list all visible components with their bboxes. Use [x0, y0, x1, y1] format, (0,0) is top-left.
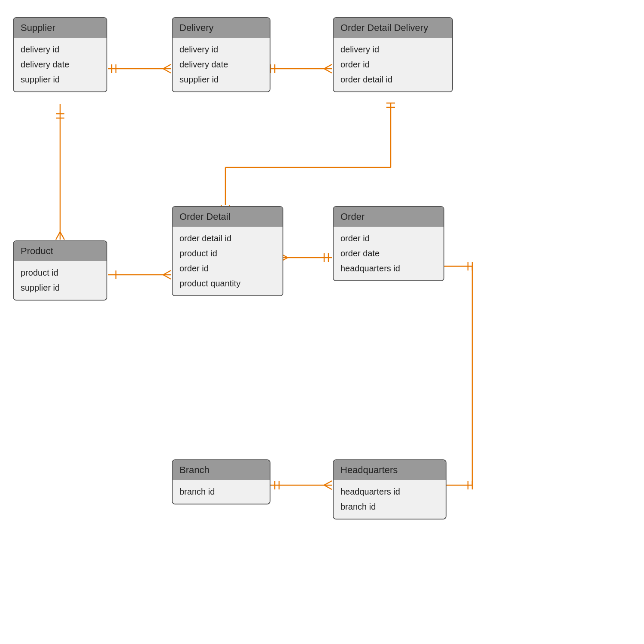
field-product-product-id: product id [21, 264, 100, 279]
order-detail-title: Order Detail [173, 207, 283, 227]
delivery-table: Delivery delivery id delivery date suppl… [172, 17, 270, 92]
field-odd-delivery-id: delivery id [340, 41, 445, 56]
svg-line-1 [163, 64, 171, 69]
svg-line-18 [56, 232, 60, 240]
order-detail-delivery-title: Order Detail Delivery [334, 18, 452, 38]
order-title: Order [334, 207, 444, 227]
field-supplier-delivery-date: delivery date [21, 56, 100, 71]
order-detail-delivery-table: Order Detail Delivery delivery id order … [333, 17, 453, 92]
order-table: Order order id order date headquarters i… [333, 206, 444, 281]
field-supplier-supplier-id: supplier id [21, 71, 100, 86]
field-order-headquarters-id: headquarters id [340, 260, 437, 275]
product-table: Product product id supplier id [13, 240, 107, 301]
field-od-order-id: order id [179, 260, 276, 275]
svg-line-35 [324, 481, 332, 485]
svg-line-24 [163, 275, 171, 279]
field-od-order-detail-id: order detail id [179, 230, 276, 245]
product-title: Product [14, 241, 106, 261]
svg-line-2 [163, 69, 171, 73]
svg-line-36 [324, 485, 332, 489]
field-odd-order-id: order id [340, 56, 445, 71]
supplier-table: Supplier delivery id delivery date suppl… [13, 17, 107, 92]
supplier-title: Supplier [14, 18, 106, 38]
headquarters-table: Headquarters headquarters id branch id [333, 459, 447, 519]
svg-line-23 [163, 270, 171, 275]
delivery-title: Delivery [173, 18, 270, 38]
field-hq-branch-id: branch id [340, 498, 439, 513]
field-delivery-delivery-date: delivery date [179, 56, 263, 71]
field-hq-headquarters-id: headquarters id [340, 483, 439, 498]
headquarters-title: Headquarters [334, 460, 446, 480]
svg-line-19 [60, 232, 64, 240]
field-delivery-supplier-id: supplier id [179, 71, 263, 86]
field-product-supplier-id: supplier id [21, 279, 100, 295]
svg-line-6 [324, 64, 332, 69]
branch-table: Branch branch id [172, 459, 270, 504]
field-odd-order-detail-id: order detail id [340, 71, 445, 86]
branch-title: Branch [173, 460, 270, 480]
field-order-order-id: order id [340, 230, 437, 245]
order-detail-table: Order Detail order detail id product id … [172, 206, 283, 296]
field-order-order-date: order date [340, 245, 437, 260]
field-branch-branch-id: branch id [179, 483, 263, 498]
svg-line-7 [324, 69, 332, 73]
field-delivery-delivery-id: delivery id [179, 41, 263, 56]
field-od-product-quantity: product quantity [179, 275, 276, 290]
field-supplier-delivery-id: delivery id [21, 41, 100, 56]
field-od-product-id: product id [179, 245, 276, 260]
